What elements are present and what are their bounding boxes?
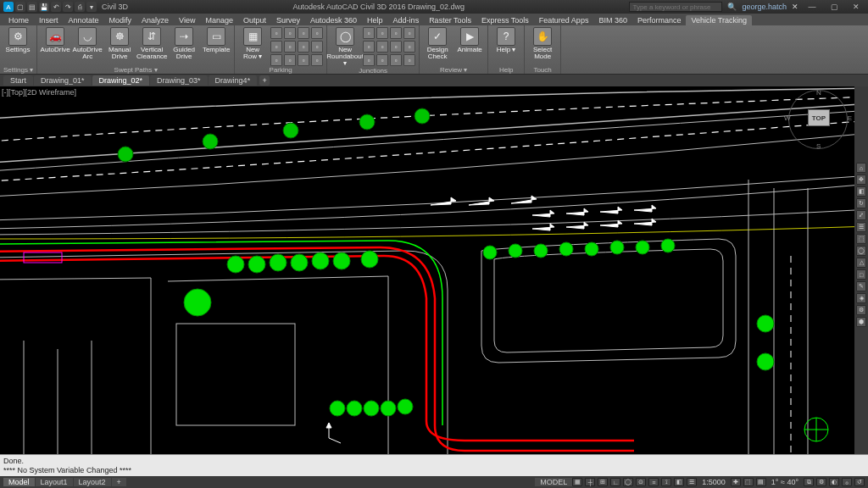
status-toggle-icon[interactable]: ◐	[829, 478, 839, 486]
tab-view[interactable]: View	[174, 15, 200, 25]
tab-performance[interactable]: Performance	[632, 15, 687, 25]
animate-button[interactable]: ▶Animate	[455, 27, 484, 65]
guided-drive-button[interactable]: ⇢Guided Drive	[170, 27, 198, 65]
qat-redo-icon[interactable]: ↷	[63, 2, 73, 12]
nav-tool-icon[interactable]: ◯	[856, 246, 866, 256]
exchange-icon[interactable]: ✕	[792, 3, 798, 11]
panel-label-swept[interactable]: Swept Paths ▾	[41, 65, 231, 74]
drawing-viewport[interactable]: [-][Top][2D Wireframe]	[0, 86, 868, 454]
tab-output[interactable]: Output	[238, 15, 271, 25]
select-mode-button[interactable]: ✋Select Mode	[528, 27, 557, 65]
junction-tool-icon[interactable]: ▫	[403, 54, 415, 66]
nav-zoom-icon[interactable]: ◧	[856, 186, 866, 197]
qat-plot-icon[interactable]: ⎙	[75, 2, 85, 12]
tab-a360[interactable]: Autodesk 360	[305, 15, 362, 25]
junction-tool-icon[interactable]: ▫	[376, 27, 388, 39]
tab-raster[interactable]: Raster Tools	[424, 15, 476, 25]
parking-tool-icon[interactable]: ▫	[311, 54, 323, 66]
junction-tool-icon[interactable]: ▫	[363, 27, 375, 39]
status-toggle-polar-icon[interactable]: ◯	[623, 478, 633, 486]
minimize-icon[interactable]: —	[804, 2, 821, 12]
parking-tool-icon[interactable]: ▫	[284, 54, 296, 66]
panel-label-review[interactable]: Review ▾	[423, 65, 484, 74]
nav-tool-icon[interactable]: □	[856, 269, 866, 280]
drawing-tab-start[interactable]: Start	[3, 75, 33, 86]
design-check-button[interactable]: ✓Design Check	[423, 27, 452, 65]
new-drawing-tab-icon[interactable]: +	[259, 75, 270, 86]
status-customize-icon[interactable]: ↺	[854, 478, 865, 486]
tab-manage[interactable]: Manage	[200, 15, 238, 25]
status-toggle-icon[interactable]: ⧉	[804, 478, 814, 486]
parking-tool-icon[interactable]: ▫	[298, 41, 309, 53]
new-roundabout-button[interactable]: ◯New Roundabout ▾	[331, 27, 359, 67]
drawing-tab[interactable]: Drawing_02*	[92, 75, 150, 86]
drawing-tab[interactable]: Drawing_01*	[34, 75, 92, 86]
nav-tool-icon[interactable]: ◈	[856, 293, 866, 303]
manual-drive-button[interactable]: ☸Manual Drive	[105, 27, 134, 65]
status-toggle-ortho-icon[interactable]: ∟	[610, 478, 620, 486]
status-angle[interactable]: 1° ≈ 40°	[766, 478, 804, 486]
parking-tool-icon[interactable]: ▫	[284, 27, 296, 39]
parking-tool-icon[interactable]: ▫	[298, 27, 309, 39]
tab-annotate[interactable]: Annotate	[64, 15, 104, 25]
parking-tool-icon[interactable]: ▫	[311, 41, 323, 53]
nav-home-icon[interactable]: ⌂	[856, 163, 866, 173]
status-toggle-icon[interactable]: ≡	[648, 478, 659, 486]
status-toggle-icon[interactable]: ⊞	[598, 478, 608, 486]
junction-tool-icon[interactable]: ▫	[390, 27, 402, 39]
status-toggle-icon[interactable]: ⟐	[842, 478, 852, 486]
settings-button[interactable]: ⚙Settings	[3, 27, 32, 65]
status-toggle-icon[interactable]: ☰	[687, 478, 697, 486]
tab-bim360[interactable]: BIM 360	[593, 15, 632, 25]
status-toggle-icon[interactable]: ▤	[756, 478, 766, 486]
nav-pan-icon[interactable]: ✥	[856, 175, 866, 185]
tab-express[interactable]: Express Tools	[476, 15, 534, 25]
tab-insert[interactable]: Insert	[34, 15, 64, 25]
nav-tool-icon[interactable]: △	[856, 258, 866, 268]
help-button[interactable]: ?Help ▾	[492, 27, 520, 65]
panel-label-settings[interactable]: Settings ▾	[3, 65, 33, 74]
layout-add-icon[interactable]: +	[112, 478, 126, 486]
tab-analyze[interactable]: Analyze	[136, 15, 174, 25]
status-toggle-icon[interactable]: ⬚	[743, 478, 754, 486]
vertical-clearance-button[interactable]: ⇵Vertical Clearance	[137, 27, 166, 65]
parking-tool-icon[interactable]: ▫	[270, 54, 282, 66]
status-toggle-snap-icon[interactable]: ┼	[585, 478, 595, 486]
junction-tool-icon[interactable]: ▫	[376, 54, 388, 66]
template-button[interactable]: ▭Template	[202, 27, 231, 65]
status-toggle-icon[interactable]: ⚙	[816, 478, 826, 486]
qat-save-icon[interactable]: 💾	[39, 2, 49, 12]
junction-tool-icon[interactable]: ▫	[390, 41, 402, 53]
tab-vehicle-tracking[interactable]: Vehicle Tracking	[686, 15, 752, 25]
tab-home[interactable]: Home	[3, 15, 34, 25]
parking-tool-icon[interactable]: ▫	[284, 41, 296, 53]
parking-tool-icon[interactable]: ▫	[311, 27, 323, 39]
layout-tab[interactable]: Layout2	[74, 478, 111, 486]
qat-more-icon[interactable]: ▾	[86, 2, 97, 12]
viewcube-s[interactable]: S	[816, 142, 821, 150]
user-label[interactable]: george.hatch	[742, 3, 787, 11]
qat-new-icon[interactable]: ▢	[15, 2, 25, 12]
tab-addins[interactable]: Add-ins	[388, 15, 425, 25]
nav-orbit-icon[interactable]: ↻	[856, 198, 866, 208]
status-toggle-grid-icon[interactable]: ▦	[572, 478, 582, 486]
parking-tool-icon[interactable]: ▫	[270, 27, 282, 39]
nav-tool-icon[interactable]: ⚙	[856, 305, 866, 315]
tab-modify[interactable]: Modify	[104, 15, 137, 25]
junction-tool-icon[interactable]: ▫	[363, 41, 375, 53]
tab-featured[interactable]: Featured Apps	[534, 15, 594, 25]
parking-tool-icon[interactable]: ▫	[270, 41, 282, 53]
autodrive-arc-button[interactable]: ◡AutoDrive Arc	[73, 27, 102, 65]
layout-tab[interactable]: Layout1	[36, 478, 73, 486]
maximize-icon[interactable]: ▢	[826, 2, 843, 12]
parking-tool-icon[interactable]: ▫	[298, 54, 309, 66]
autodrive-button[interactable]: 🚗AutoDrive	[41, 27, 70, 65]
close-icon[interactable]: ✕	[848, 2, 865, 12]
status-toggle-icon[interactable]: ⟟	[661, 478, 671, 486]
viewport-label[interactable]: [-][Top][2D Wireframe]	[2, 88, 76, 97]
status-scale[interactable]: 1:5000	[697, 478, 731, 486]
viewcube-w[interactable]: W	[784, 114, 791, 122]
status-toggle-icon[interactable]: ◧	[674, 478, 684, 486]
tab-survey[interactable]: Survey	[271, 15, 305, 25]
status-toggle-osnap-icon[interactable]: ⊙	[636, 478, 646, 486]
